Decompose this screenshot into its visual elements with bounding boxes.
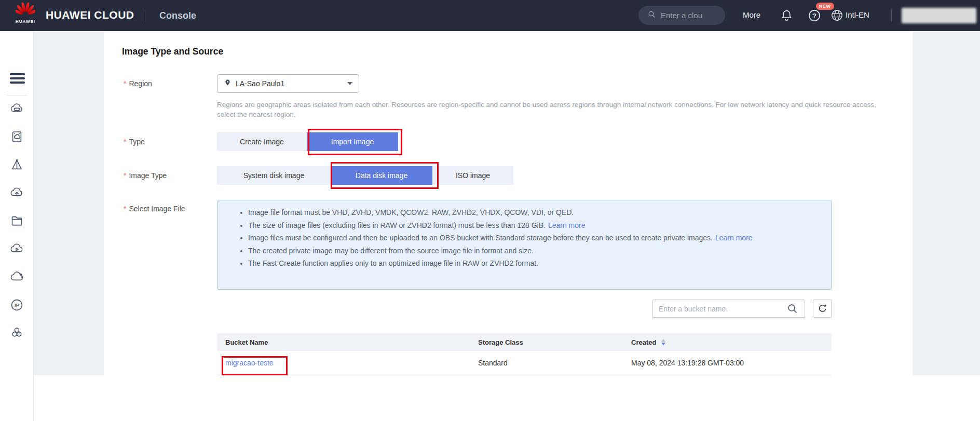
svg-text:IP: IP — [15, 302, 20, 308]
console-link[interactable]: Console — [159, 10, 196, 21]
type-button-group: Create Image Import Image — [217, 132, 398, 151]
cloud-server-icon[interactable] — [10, 102, 24, 116]
required-marker: * — [124, 138, 126, 146]
huawei-logo-icon — [16, 3, 35, 20]
top-bar: HUAWEI HUAWEI CLOUD Console Enter a clou… — [0, 0, 980, 31]
chevron-down-icon — [347, 82, 352, 85]
image-type-option-data-disk[interactable]: Data disk image — [331, 166, 432, 185]
bucket-search-input[interactable] — [652, 300, 805, 318]
svg-text:?: ? — [812, 12, 816, 20]
info-note: Image files must be configured and then … — [248, 232, 831, 245]
learn-more-link[interactable]: Learn more — [548, 221, 586, 229]
huawei-cloud-console: HUAWEI HUAWEI CLOUD Console Enter a clou… — [0, 0, 980, 421]
required-marker: * — [124, 171, 126, 180]
topbar-divider — [891, 10, 892, 22]
locale-switcher[interactable]: Intl-EN — [846, 10, 869, 19]
cloud-icon[interactable] — [10, 270, 24, 284]
bucket-name-cell: migracao-teste — [217, 359, 470, 367]
sort-icon[interactable] — [661, 339, 665, 345]
bucket-search-icon[interactable] — [786, 303, 798, 317]
page-title: Image Type and Source — [122, 46, 223, 57]
required-marker: * — [124, 79, 126, 88]
prism-icon[interactable] — [10, 158, 24, 172]
type-option-create-image[interactable]: Create Image — [217, 132, 307, 151]
region-selected-value: LA-Sao Paulo1 — [236, 79, 347, 88]
type-option-import-image[interactable]: Import Image — [307, 132, 398, 151]
region-label: *Region — [124, 79, 152, 88]
region-description: Regions are geographic areas isolated fr… — [217, 100, 879, 119]
global-search-placeholder: Enter a clou — [661, 11, 702, 20]
more-menu[interactable]: More — [743, 10, 760, 19]
image-type-option-iso[interactable]: ISO image — [432, 166, 513, 185]
info-note: The size of image files (excluding files… — [248, 219, 831, 232]
region-select[interactable]: LA-Sao Paulo1 — [217, 74, 359, 93]
image-service-icon[interactable] — [10, 130, 24, 144]
sidebar-divider — [7, 95, 27, 96]
storage-class-cell: Standard — [470, 359, 623, 367]
globe-icon[interactable] — [831, 9, 843, 24]
huawei-logo-text: HUAWEI — [16, 19, 35, 24]
image-type-option-system-disk[interactable]: System disk image — [217, 166, 331, 185]
column-header-storage-class: Storage Class — [470, 338, 623, 346]
sidebar-nav: IP — [0, 31, 34, 421]
cloud-upload-icon[interactable] — [10, 186, 24, 200]
footer-bar: Next — [34, 375, 980, 421]
account-name-redacted[interactable] — [902, 8, 976, 23]
search-icon — [647, 10, 656, 21]
menu-icon[interactable] — [10, 73, 25, 84]
info-note: The created private image may be differe… — [248, 245, 831, 257]
notifications-bell-icon[interactable] — [780, 9, 793, 24]
cloud-play-icon[interactable] — [10, 242, 24, 256]
help-icon[interactable]: ? — [808, 9, 821, 24]
background-strip-right — [913, 31, 980, 375]
folder-icon[interactable] — [10, 214, 24, 228]
huawei-logo[interactable]: HUAWEI — [14, 3, 37, 24]
image-type-label: *Image Type — [124, 171, 167, 180]
image-type-button-group: System disk image Data disk image ISO im… — [217, 166, 513, 185]
refresh-button[interactable] — [813, 300, 832, 318]
bucket-table-row[interactable]: migracao-teste Standard May 08, 2024 13:… — [217, 351, 832, 375]
select-image-file-label: *Select Image File — [124, 205, 185, 213]
background-strip-left — [34, 31, 104, 375]
created-cell: May 08, 2024 13:19:28 GMT-03:00 — [623, 359, 832, 367]
global-search[interactable]: Enter a clou — [638, 6, 725, 25]
brand-title: HUAWEI CLOUD — [46, 9, 134, 21]
type-label: *Type — [124, 138, 145, 146]
column-header-created: Created — [623, 338, 832, 346]
image-file-info-box: Image file format must be VHD, ZVHD, VMD… — [217, 200, 832, 290]
column-header-bucket-name: Bucket Name — [217, 338, 470, 346]
bucket-table-header: Bucket Name Storage Class Created — [217, 333, 832, 351]
eip-icon[interactable]: IP — [10, 298, 24, 312]
required-marker: * — [124, 205, 126, 213]
info-note: The Fast Create function applies only to… — [248, 257, 831, 270]
bucket-name-link[interactable]: migracao-teste — [225, 359, 274, 367]
info-note: Image file format must be VHD, ZVHD, VMD… — [248, 206, 831, 219]
learn-more-link[interactable]: Learn more — [715, 234, 753, 242]
hex-cluster-icon[interactable] — [10, 326, 24, 340]
topbar-divider — [145, 10, 145, 22]
location-pin-icon — [224, 79, 232, 89]
